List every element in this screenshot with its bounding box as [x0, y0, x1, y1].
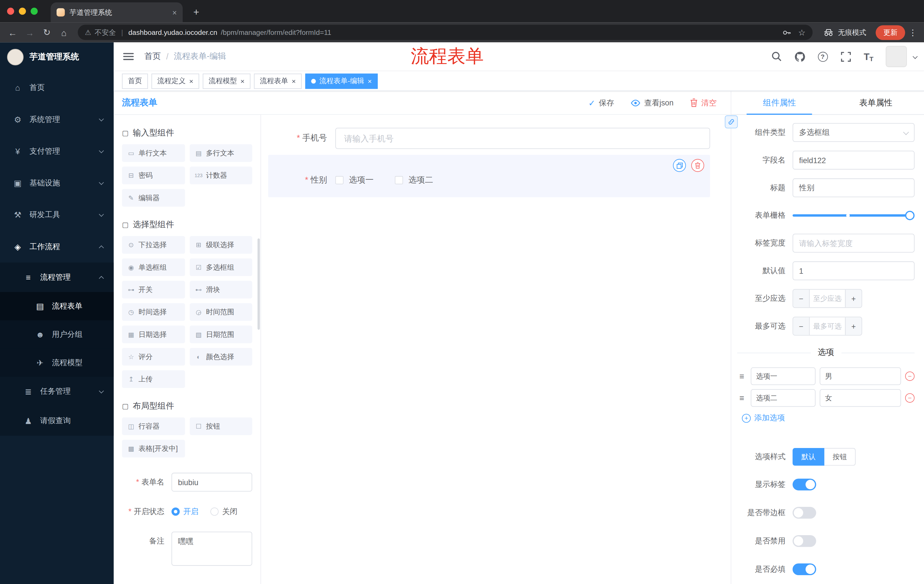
- remark-textarea[interactable]: 嘿嘿: [172, 532, 252, 566]
- delete-component-button[interactable]: [691, 159, 704, 172]
- tab-component-props[interactable]: 组件属性: [731, 91, 828, 114]
- palette-item-upload[interactable]: ↥上传: [122, 370, 185, 388]
- tag-close-icon[interactable]: ×: [292, 77, 295, 85]
- sidebar-item-infrastructure[interactable]: ▣ 基础设施: [0, 167, 114, 199]
- canvas-field-gender-selected[interactable]: 性别 选项一 选项二: [268, 155, 710, 197]
- field-name-input[interactable]: [792, 151, 914, 169]
- tab-form-props[interactable]: 表单属性: [828, 91, 924, 114]
- sidebar-item-system[interactable]: ⚙ 系统管理: [0, 104, 114, 135]
- tag-close-icon[interactable]: ×: [189, 77, 193, 85]
- palette-item-switch[interactable]: ⊶开关: [122, 281, 185, 299]
- palette-item-select[interactable]: ⊙下拉选择: [122, 236, 185, 254]
- palette-item-rate[interactable]: ☆评分: [122, 348, 185, 366]
- option-value-input[interactable]: [820, 389, 901, 407]
- max-select-stepper[interactable]: − 最多可选 +: [792, 317, 862, 336]
- palette-scrollbar[interactable]: [257, 239, 260, 330]
- option-label-input[interactable]: [751, 367, 816, 385]
- tag-close-icon[interactable]: ×: [241, 77, 244, 85]
- option-value-input[interactable]: [820, 367, 901, 385]
- palette-item-time-picker[interactable]: ◷时间选择: [122, 303, 185, 321]
- gender-option2-checkbox[interactable]: 选项二: [395, 175, 433, 186]
- copy-component-button[interactable]: [673, 159, 686, 172]
- tab-close-icon[interactable]: ×: [172, 8, 177, 17]
- palette-item-button[interactable]: ☐按钮: [190, 418, 252, 435]
- form-canvas[interactable]: 手机号: [261, 115, 731, 584]
- tag-home[interactable]: 首页: [122, 73, 148, 89]
- gender-option1-checkbox[interactable]: 选项一: [335, 175, 374, 186]
- font-size-icon[interactable]: TT: [863, 51, 874, 62]
- close-window-button[interactable]: [7, 8, 14, 15]
- border-toggle[interactable]: [792, 507, 816, 518]
- browser-update-button[interactable]: 更新: [876, 25, 905, 40]
- palette-item-date-picker[interactable]: ▦日期选择: [122, 326, 185, 343]
- option-label-input[interactable]: [751, 389, 816, 407]
- canvas-field-phone[interactable]: 手机号: [268, 128, 710, 149]
- sidebar-item-devtools[interactable]: ⚒ 研发工具: [0, 199, 114, 230]
- palette-item-row-container[interactable]: ◫行容器: [122, 418, 185, 435]
- tag-close-icon[interactable]: ×: [368, 77, 372, 85]
- minimize-window-button[interactable]: [19, 8, 26, 15]
- user-avatar[interactable]: [886, 46, 907, 67]
- browser-menu-icon[interactable]: ⋮: [906, 28, 919, 37]
- max-select-value[interactable]: 最多可选: [810, 317, 845, 335]
- help-icon[interactable]: ?: [817, 51, 828, 62]
- minus-icon[interactable]: −: [793, 290, 810, 308]
- search-icon[interactable]: [771, 51, 782, 62]
- palette-item-checkbox-group[interactable]: ☑多选框组: [190, 258, 252, 276]
- plus-icon[interactable]: +: [845, 290, 862, 308]
- palette-item-radio-group[interactable]: ◉单选框组: [122, 258, 185, 276]
- sidebar-item-process-management[interactable]: ≡ 流程管理: [0, 263, 114, 292]
- remove-option-icon[interactable]: −: [905, 393, 914, 403]
- palette-item-slider[interactable]: ⊷滑块: [190, 281, 252, 299]
- collapse-sidebar-icon[interactable]: [123, 53, 134, 60]
- default-value-input[interactable]: [792, 262, 914, 280]
- component-type-select[interactable]: [792, 123, 914, 142]
- new-tab-button[interactable]: +: [187, 3, 205, 21]
- min-select-stepper[interactable]: − 至少应选 +: [792, 289, 862, 308]
- save-button[interactable]: ✓ 保存: [588, 97, 614, 108]
- label-width-input[interactable]: [792, 234, 914, 253]
- style-default-button[interactable]: 默认: [792, 448, 824, 466]
- back-icon[interactable]: ←: [5, 25, 21, 41]
- drag-handle-icon[interactable]: ≡: [737, 393, 747, 403]
- palette-item-date-range[interactable]: ▧日期范围: [190, 326, 252, 343]
- avatar-dropdown-icon[interactable]: [912, 54, 917, 59]
- palette-item-counter[interactable]: 123计数器: [190, 166, 252, 184]
- tag-process-form[interactable]: 流程表单 ×: [254, 73, 302, 89]
- tag-process-model[interactable]: 流程模型 ×: [203, 73, 251, 89]
- fullscreen-icon[interactable]: [840, 51, 851, 62]
- palette-item-password[interactable]: ⊟密码: [122, 166, 185, 184]
- palette-item-editor[interactable]: ✎编辑器: [122, 189, 185, 207]
- slider-handle[interactable]: [905, 211, 914, 220]
- plus-icon[interactable]: +: [845, 317, 862, 335]
- password-key-icon[interactable]: [783, 28, 792, 37]
- clear-button[interactable]: 清空: [690, 97, 717, 108]
- min-select-value[interactable]: 至少应选: [810, 290, 845, 308]
- style-button-button[interactable]: 按钮: [825, 448, 856, 466]
- remove-option-icon[interactable]: −: [905, 372, 914, 381]
- component-type-value[interactable]: [792, 123, 914, 142]
- palette-item-multi-text[interactable]: ▤多行文本: [190, 144, 252, 162]
- form-name-input[interactable]: [172, 473, 252, 492]
- address-bar[interactable]: ⚠ 不安全 | dashboard.yudao.iocoder.cn /bpm/…: [78, 25, 812, 40]
- palette-item-single-text[interactable]: ▭单行文本: [122, 144, 185, 162]
- sidebar-item-payment[interactable]: ¥ 支付管理: [0, 135, 114, 167]
- sidebar-item-workflow[interactable]: ◈ 工作流程: [0, 231, 114, 263]
- tag-process-form-edit[interactable]: 流程表单-编辑 ×: [305, 73, 378, 89]
- palette-item-color-picker[interactable]: ◐颜色选择: [190, 348, 252, 366]
- bookmark-star-icon[interactable]: ☆: [798, 28, 806, 37]
- status-off-radio[interactable]: 关闭: [210, 502, 238, 521]
- palette-item-time-range[interactable]: ◶时间范围: [190, 303, 252, 321]
- disabled-toggle[interactable]: [792, 535, 816, 546]
- sidebar-brand[interactable]: 芋道管理系统: [0, 42, 114, 72]
- reload-icon[interactable]: ↻: [39, 25, 55, 41]
- tag-process-definition[interactable]: 流程定义 ×: [152, 73, 199, 89]
- sidebar-item-process-form[interactable]: ▤ 流程表单: [0, 292, 114, 320]
- phone-input[interactable]: [335, 128, 710, 149]
- sidebar-item-leave-query[interactable]: ♟ 请假查询: [0, 406, 114, 436]
- minus-icon[interactable]: −: [793, 317, 810, 335]
- title-input[interactable]: [792, 178, 914, 197]
- grid-slider[interactable]: [792, 214, 910, 217]
- browser-tab[interactable]: 芋道管理系统 ×: [51, 2, 183, 22]
- palette-item-table[interactable]: ▩表格[开发中]: [122, 440, 185, 457]
